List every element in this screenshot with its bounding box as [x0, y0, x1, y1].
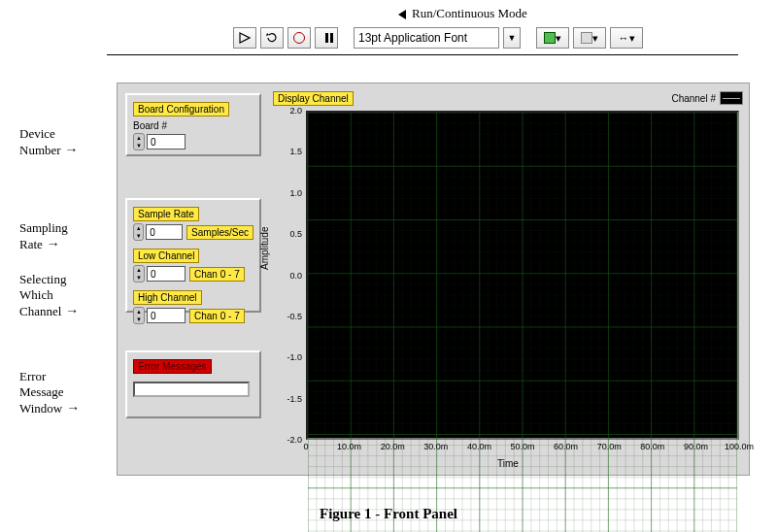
- plot-grid: [308, 113, 737, 532]
- font-selector-text: 13pt Application Font: [358, 31, 467, 45]
- x-tick-label: 90.0m: [684, 442, 708, 451]
- graph-legend[interactable]: Channel #: [671, 91, 743, 105]
- run-button[interactable]: [233, 27, 256, 49]
- sampling-frame: Sample Rate ▲▼ 0 Samples/Sec Low Channel…: [125, 198, 261, 313]
- legend-swatch-icon: [720, 91, 743, 105]
- x-tick-label: 30.0m: [423, 442, 448, 451]
- toolbar-underline: [107, 54, 738, 55]
- y-tick-label: -0.5: [287, 312, 302, 321]
- distribute-objects-button[interactable]: ▾: [573, 27, 606, 49]
- x-tick-label: 10.0m: [337, 442, 361, 451]
- y-tick-label: -1.5: [287, 394, 302, 404]
- figure-title: Front Panel: [384, 506, 457, 521]
- run-continuous-button[interactable]: [260, 27, 284, 49]
- abort-button[interactable]: [287, 27, 311, 49]
- front-panel: Board Configuration Board # ▲▼ 0 Sample …: [117, 83, 750, 476]
- x-tick-label: 20.0m: [381, 442, 405, 451]
- board-number-label: Board #: [133, 120, 253, 131]
- high-channel-unit: Chan 0 - 7: [189, 309, 245, 323]
- pause-button[interactable]: [315, 27, 338, 49]
- figure-caption: Figure 1 - Front Panel: [0, 506, 777, 522]
- y-tick-label: -2.0: [287, 435, 302, 445]
- x-tick-label: 0: [303, 442, 308, 451]
- x-tick-label: 80.0m: [640, 442, 664, 451]
- x-ticks: 010.0m20.0m30.0m40.0m50.0m60.0m70.0m80.0…: [306, 442, 739, 455]
- annotation-sampling-rate: Sampling Rate: [19, 220, 68, 252]
- low-channel-spinner[interactable]: ▲▼: [133, 265, 145, 283]
- x-axis-label: Time: [273, 458, 743, 469]
- error-title: Error Messages: [133, 359, 212, 374]
- board-config-frame: Board Configuration Board # ▲▼ 0: [125, 93, 261, 156]
- board-number-spinner[interactable]: ▲▼: [133, 133, 145, 150]
- low-channel-input[interactable]: 0: [147, 266, 186, 282]
- high-channel-input[interactable]: 0: [147, 308, 186, 323]
- plot-canvas[interactable]: [306, 111, 739, 440]
- y-axis-label: Amplitude: [259, 226, 270, 269]
- reorder-button[interactable]: ↔▾: [610, 27, 643, 49]
- y-tick-label: 2.0: [289, 106, 302, 116]
- annotation-run-mode: Run/Continuous Mode: [398, 6, 592, 21]
- error-frame: Error Messages: [125, 350, 261, 418]
- sample-rate-input[interactable]: 0: [146, 224, 183, 240]
- board-number-input[interactable]: 0: [147, 134, 186, 150]
- annotation-error-window: Error Message Window: [19, 369, 80, 416]
- x-tick-label: 60.0m: [554, 442, 578, 451]
- font-dropdown-arrow[interactable]: ▼: [503, 27, 521, 49]
- figure-number: Figure 1: [320, 506, 371, 521]
- y-tick-label: 0.5: [289, 229, 302, 239]
- error-message-output: [133, 382, 250, 397]
- board-config-title: Board Configuration: [133, 102, 229, 116]
- font-selector[interactable]: 13pt Application Font: [354, 27, 499, 49]
- align-objects-button[interactable]: ▾: [536, 27, 569, 49]
- high-channel-label: High Channel: [133, 290, 202, 305]
- y-tick-label: -1.0: [287, 352, 302, 362]
- x-tick-label: 100.0m: [725, 442, 754, 451]
- x-tick-label: 40.0m: [467, 442, 491, 451]
- legend-label: Channel #: [671, 93, 716, 104]
- annotation-selecting-channel: Selecting Which Channel: [19, 272, 79, 319]
- low-channel-label: Low Channel: [133, 249, 199, 263]
- low-channel-unit: Chan 0 - 7: [189, 267, 245, 282]
- high-channel-spinner[interactable]: ▲▼: [133, 307, 145, 324]
- x-tick-label: 50.0m: [510, 442, 534, 451]
- sample-rate-spinner[interactable]: ▲▼: [133, 223, 144, 241]
- graph-title: Display Channel: [273, 91, 354, 106]
- graph-area: Display Channel Channel # Amplitude -2.0…: [273, 89, 743, 469]
- toolbar: 13pt Application Font ▼ ▾ ▾ ↔▾: [233, 27, 643, 49]
- sample-rate-unit: Samples/Sec: [186, 225, 253, 240]
- x-tick-label: 70.0m: [597, 442, 622, 451]
- annotation-device-number: Device Number: [19, 126, 79, 158]
- y-tick-label: 1.5: [289, 147, 302, 156]
- y-ticks: -2.0-1.5-1.0-0.50.00.51.01.52.0: [273, 111, 304, 440]
- sample-rate-label: Sample Rate: [133, 207, 199, 221]
- y-tick-label: 1.0: [289, 188, 302, 198]
- y-tick-label: 0.0: [289, 271, 302, 281]
